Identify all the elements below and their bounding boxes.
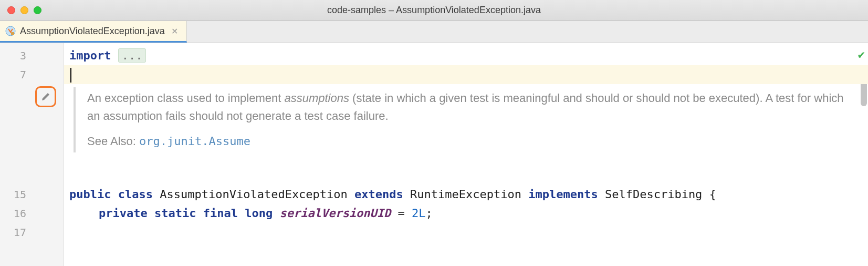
rendered-javadoc[interactable]: An exception class used to implement ass…: [74, 87, 857, 152]
line-number: 15: [0, 185, 64, 204]
zoom-window-button[interactable]: [34, 6, 41, 14]
line-number: 3: [0, 46, 64, 65]
javadoc-link[interactable]: org.junit.Assume: [139, 135, 250, 148]
tab-filename: AssumptionViolatedException.java: [20, 26, 165, 37]
cursor-line: [64, 65, 868, 84]
svg-rect-1: [11, 32, 14, 35]
editor-area: 3 7 15 16 17 ✔ import ... An exception c…: [0, 43, 868, 266]
line-number: 17: [0, 223, 64, 242]
editor-tabbar: AssumptionViolatedException.java ✕: [0, 21, 868, 43]
traffic-lights: [7, 6, 41, 14]
folded-region[interactable]: ...: [118, 48, 147, 63]
window-titlebar: code-samples – AssumptionViolatedExcepti…: [0, 0, 868, 21]
text-caret: [70, 68, 71, 83]
javadoc-body: An exception class used to implement ass…: [87, 89, 857, 125]
code-line-import: import ...: [69, 46, 868, 65]
close-window-button[interactable]: [7, 6, 15, 14]
javadoc-see-also: See Also: org.junit.Assume: [87, 132, 857, 150]
code-line-field: private static final long serialVersionU…: [69, 204, 868, 223]
line-number: 16: [0, 204, 64, 223]
java-file-icon: [5, 26, 16, 36]
code-editor[interactable]: ✔ import ... An exception class used to …: [64, 43, 868, 266]
editor-tab-active[interactable]: AssumptionViolatedException.java ✕: [0, 21, 187, 43]
gutter[interactable]: 3 7 15 16 17: [0, 43, 64, 266]
edit-gutter-icon[interactable]: [35, 86, 56, 107]
minimize-window-button[interactable]: [20, 6, 28, 14]
code-line-class-decl: public class AssumptionViolatedException…: [69, 185, 868, 204]
close-tab-icon[interactable]: ✕: [169, 26, 180, 36]
window-title: code-samples – AssumptionViolatedExcepti…: [327, 5, 541, 16]
line-number: 7: [0, 65, 64, 84]
